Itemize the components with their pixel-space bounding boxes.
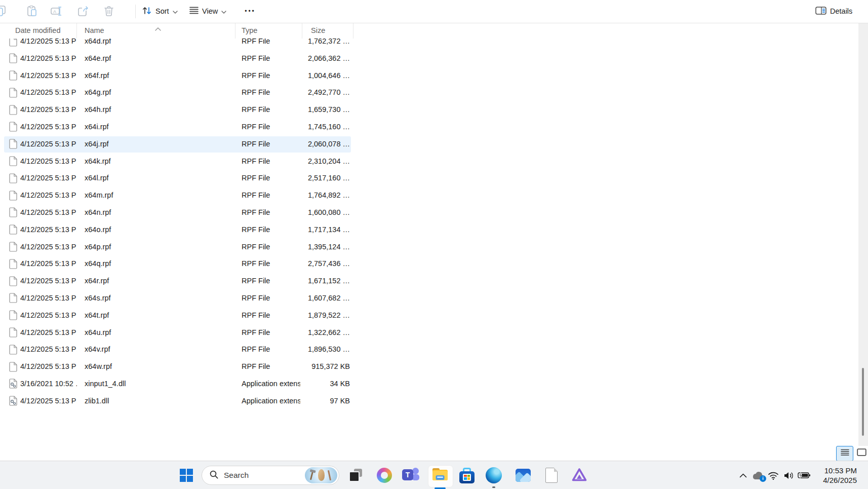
desktop-screen: A Sort — [0, 0, 868, 489]
file-icon — [9, 276, 17, 286]
details-pane-icon — [815, 6, 826, 17]
file-date-modified: 4/12/2025 5:13 P… — [20, 307, 77, 324]
file-icon — [9, 345, 17, 355]
task-view-button[interactable] — [345, 461, 366, 489]
table-row[interactable]: 4/12/2025 5:13 P…x64o.rpfRPF File1,717,1… — [0, 221, 858, 239]
clock-date: 4/26/2025 — [823, 476, 857, 484]
share-icon[interactable] — [76, 5, 90, 17]
hidden-icons-chevron[interactable] — [735, 465, 751, 485]
file-name: x64j.rpf — [85, 136, 232, 153]
taskbar-clock[interactable]: 10:53 PM 4/26/2025 — [813, 466, 857, 485]
start-button[interactable] — [176, 461, 196, 489]
table-row[interactable]: 4/12/2025 5:13 P…x64m.rpfRPF File1,764,8… — [0, 187, 858, 204]
edge-button[interactable] — [484, 461, 504, 489]
file-size: 97 KB — [302, 393, 350, 410]
file-date-modified: 4/12/2025 5:13 P… — [20, 221, 77, 239]
paste-icon[interactable] — [25, 5, 38, 17]
file-type: RPF File — [242, 84, 300, 101]
details-pane-button[interactable]: Details — [811, 3, 856, 19]
file-icon — [9, 191, 17, 201]
file-date-modified: 4/12/2025 5:13 P… — [20, 50, 77, 67]
file-size: 1,600,080 … — [302, 204, 350, 221]
file-size: 1,879,522 … — [302, 307, 350, 324]
copilot-button[interactable] — [374, 461, 394, 489]
battery-charging-icon[interactable] — [796, 465, 811, 485]
file-icon — [9, 70, 17, 81]
table-row[interactable]: 4/12/2025 5:13 P…x64j.rpfRPF File2,060,0… — [0, 136, 858, 153]
teams-button[interactable]: T — [401, 461, 421, 489]
table-row[interactable]: 4/12/2025 5:13 P…x64k.rpfRPF File2,310,2… — [0, 153, 858, 170]
vertical-scrollbar[interactable] — [858, 23, 868, 446]
column-type[interactable]: Type — [242, 26, 257, 34]
table-row[interactable]: 4/12/2025 5:13 P…x64l.rpfRPF File2,517,1… — [0, 170, 858, 187]
file-date-modified: 4/12/2025 5:13 P… — [20, 255, 77, 273]
table-row[interactable]: 4/12/2025 5:13 P…x64n.rpfRPF File1,600,0… — [0, 204, 858, 221]
dll-file-icon — [9, 379, 17, 389]
file-icon — [9, 122, 17, 132]
column-separator[interactable] — [235, 23, 235, 39]
table-row[interactable]: 4/12/2025 5:13 P…x64p.rpfRPF File1,395,1… — [0, 239, 858, 256]
column-separator[interactable] — [76, 23, 77, 39]
file-size: 34 KB — [302, 375, 350, 393]
table-row[interactable]: 4/12/2025 5:13 P…x64g.rpfRPF File2,492,7… — [0, 84, 858, 101]
file-name: x64w.rpf — [85, 358, 232, 375]
microsoft-store-icon — [459, 468, 475, 483]
file-date-modified: 4/12/2025 5:13 P… — [20, 273, 77, 290]
thumbnails-view-toggle[interactable] — [856, 448, 867, 458]
document-app-button[interactable] — [541, 461, 562, 489]
column-name[interactable]: Name — [85, 26, 104, 34]
file-size: 1,896,530 … — [302, 341, 350, 358]
file-date-modified: 4/12/2025 5:13 P… — [20, 239, 77, 256]
column-date-modified[interactable]: Date modified — [15, 26, 60, 34]
table-row[interactable]: 4/12/2025 5:13 P…x64q.rpfRPF File2,757,4… — [0, 255, 858, 273]
file-icon — [9, 327, 17, 337]
table-row[interactable]: 4/12/2025 5:13 P…x64f.rpfRPF File1,004,6… — [0, 67, 858, 85]
table-row[interactable]: 3/16/2021 10:52 …xinput1_4.dllApplicatio… — [0, 375, 858, 393]
view-button[interactable]: View — [185, 3, 230, 19]
table-row[interactable]: 4/12/2025 5:13 P…x64v.rpfRPF File1,896,5… — [0, 341, 858, 358]
taskbar: Search T — [0, 461, 868, 489]
more-options-button[interactable]: ••• — [239, 3, 261, 19]
jellyfin-button[interactable] — [569, 461, 589, 489]
delete-icon[interactable] — [102, 5, 115, 17]
file-date-modified: 4/12/2025 5:13 P… — [20, 393, 77, 410]
edge-icon — [486, 467, 502, 483]
file-type: Application extens… — [242, 375, 300, 393]
file-icon — [9, 139, 17, 149]
column-header-row: Date modified Name Type Size — [0, 23, 858, 39]
file-date-modified: 4/12/2025 5:13 P… — [20, 136, 77, 153]
table-row[interactable]: 4/12/2025 5:13 P…x64t.rpfRPF File1,879,5… — [0, 307, 858, 324]
taskbar-search-input[interactable]: Search — [202, 466, 339, 485]
table-row[interactable]: 4/12/2025 5:13 P…zlib1.dllApplication ex… — [0, 393, 858, 410]
table-row[interactable]: 4/12/2025 5:13 P…x64u.rpfRPF File1,322,6… — [0, 324, 858, 342]
microsoft-store-button[interactable] — [457, 461, 477, 489]
details-view-toggle[interactable] — [836, 446, 853, 461]
onedrive-icon[interactable]: i — [751, 465, 766, 485]
file-type: RPF File — [242, 101, 300, 119]
file-size: 2,757,436 … — [302, 255, 350, 273]
photos-button[interactable] — [513, 461, 533, 489]
file-name: x64s.rpf — [85, 290, 232, 307]
table-row[interactable]: 4/12/2025 5:13 P…x64e.rpfRPF File2,066,3… — [0, 50, 858, 67]
file-icon — [9, 362, 17, 372]
rename-icon[interactable]: A — [50, 5, 63, 17]
file-explorer-button[interactable] — [428, 461, 452, 489]
scrollbar-thumb[interactable] — [862, 368, 864, 436]
table-row[interactable]: 4/12/2025 5:13 P…x64i.rpfRPF File1,745,1… — [0, 119, 858, 136]
search-highlight-image[interactable] — [305, 467, 337, 483]
column-separator[interactable] — [353, 23, 353, 39]
copy-icon[interactable] — [0, 5, 7, 17]
file-name: x64t.rpf — [85, 307, 232, 324]
column-size[interactable]: Size — [311, 26, 325, 34]
table-row[interactable]: 4/12/2025 5:13 P…x64h.rpfRPF File1,659,7… — [0, 101, 858, 119]
table-row[interactable]: 4/12/2025 5:13 P…x64r.rpfRPF File1,671,1… — [0, 273, 858, 290]
volume-icon[interactable] — [781, 465, 796, 485]
file-icon — [9, 88, 17, 98]
file-name: x64h.rpf — [85, 101, 232, 119]
column-separator[interactable] — [302, 23, 302, 39]
table-row[interactable]: 4/12/2025 5:13 P…x64w.rpfRPF File915,372… — [0, 358, 858, 375]
wifi-icon[interactable] — [766, 465, 781, 485]
file-icon — [9, 224, 17, 235]
sort-button[interactable]: Sort — [138, 3, 182, 19]
table-row[interactable]: 4/12/2025 5:13 P…x64s.rpfRPF File1,607,6… — [0, 290, 858, 307]
